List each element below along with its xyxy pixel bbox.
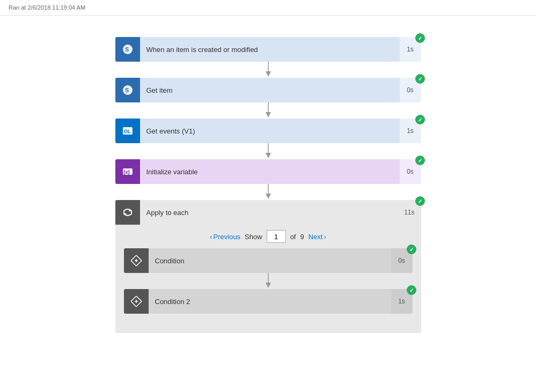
next-chevron: › <box>324 233 326 241</box>
step-trigger-label: When an item is created or modified <box>140 46 400 54</box>
svg-text:S: S <box>125 46 129 53</box>
step-get-events[interactable]: OL Get events (V1) 1s <box>115 119 421 143</box>
arrow-3 <box>107 143 429 159</box>
main-content: S When an item is created or modified 1s… <box>0 16 536 333</box>
next-label: Next <box>309 233 323 241</box>
sharepoint-icon-2: S <box>115 78 140 102</box>
step-get-item[interactable]: S Get item 0s <box>115 78 421 102</box>
arrow-4 <box>107 184 429 200</box>
svg-marker-7 <box>266 112 271 117</box>
step-init-var[interactable]: {x} Initialize variable 0s <box>115 159 421 184</box>
step-init-var-success <box>415 156 425 165</box>
svg-marker-11 <box>266 153 271 158</box>
prev-chevron: ‹ <box>210 233 212 241</box>
variable-icon: {x} <box>115 159 140 184</box>
sharepoint-icon-1: S <box>115 37 140 62</box>
sharepoint-svg-2: S <box>122 84 134 96</box>
svg-marker-20 <box>266 283 271 288</box>
step-condition-2[interactable]: Condition 2 1s <box>124 289 413 314</box>
step-condition-1[interactable]: Condition 0s <box>124 248 413 273</box>
apply-each-timing: 11s <box>398 209 421 216</box>
inner-arrow-1 <box>124 273 413 289</box>
step-get-events-success <box>415 115 425 124</box>
arrow-1 <box>107 62 429 78</box>
sharepoint-svg: S <box>122 43 134 55</box>
step-trigger[interactable]: S When an item is created or modified 1s <box>115 37 421 62</box>
outlook-icon: OL <box>115 119 140 143</box>
svg-marker-3 <box>266 71 271 77</box>
step-trigger-success <box>415 33 425 43</box>
step-condition-1-label: Condition <box>149 257 391 265</box>
apply-each-icon <box>115 200 140 225</box>
total-pages: 9 <box>300 233 304 241</box>
show-label: Show <box>245 233 262 241</box>
svg-marker-15 <box>266 194 271 199</box>
svg-text:{x}: {x} <box>123 169 130 175</box>
page-input[interactable] <box>267 230 286 243</box>
step-condition-2-label: Condition 2 <box>149 298 391 306</box>
condition-svg-1 <box>130 255 142 267</box>
apply-each-container: Apply to each 11s ‹ Previous Show of 9 N… <box>115 200 421 333</box>
pagination-bar: ‹ Previous Show of 9 Next › <box>115 225 421 248</box>
arrow-2 <box>107 102 429 119</box>
flow-container: S When an item is created or modified 1s… <box>107 37 429 333</box>
svg-text:S: S <box>125 87 129 93</box>
outlook-svg: OL <box>122 125 134 137</box>
condition-svg-2 <box>130 295 142 307</box>
apply-each-svg <box>122 206 134 218</box>
step-get-events-label: Get events (V1) <box>140 127 400 135</box>
step-condition-2-success <box>407 285 416 295</box>
next-button[interactable]: Next › <box>309 233 326 241</box>
apply-each-success <box>415 196 425 206</box>
apply-inner-content: Condition 0s <box>115 248 421 333</box>
previous-button[interactable]: ‹ Previous <box>210 233 240 241</box>
step-init-var-label: Initialize variable <box>140 168 400 176</box>
svg-text:OL: OL <box>124 129 131 134</box>
condition-icon-1 <box>124 248 149 273</box>
timestamp-label: Ran at 2/6/2018 11:19:04 AM <box>9 4 85 11</box>
apply-each-header[interactable]: Apply to each 11s <box>115 200 421 225</box>
condition-icon-2 <box>124 289 149 314</box>
of-label: of <box>290 233 296 241</box>
step-get-item-success <box>415 74 425 84</box>
step-get-item-label: Get item <box>140 86 400 94</box>
step-condition-1-success <box>407 245 416 254</box>
apply-each-label: Apply to each <box>140 209 398 217</box>
top-bar: Ran at 2/6/2018 11:19:04 AM <box>0 0 536 16</box>
variable-svg: {x} <box>122 166 134 177</box>
prev-label: Previous <box>214 233 241 241</box>
